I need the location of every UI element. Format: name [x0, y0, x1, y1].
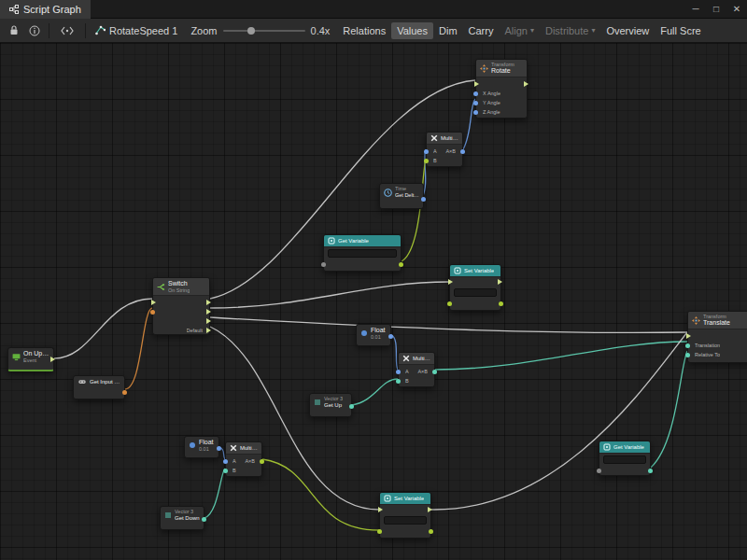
node-get-delta-time[interactable]: Time Get Delta Time: [379, 183, 424, 209]
graph-toolbar: RotateSpeed 1 Zoom 0.4x Relations Values…: [0, 19, 747, 43]
node-float-low[interactable]: Float 0.01: [184, 436, 219, 458]
maximize-button[interactable]: □: [706, 0, 726, 19]
zoom-slider[interactable]: [223, 30, 305, 32]
multiply-icon: [402, 355, 410, 362]
relations-button[interactable]: Relations: [337, 22, 391, 39]
value-out-port[interactable]: [429, 529, 433, 534]
fallback-in-port[interactable]: [597, 469, 601, 473]
float-out-port[interactable]: [217, 446, 221, 451]
node-float-mid[interactable]: Float 0.01: [356, 324, 391, 346]
node-get-input-string[interactable]: Get Input String: [73, 375, 125, 399]
node-vector3-get-up[interactable]: Vector 3 Get Up: [309, 393, 352, 417]
variable-icon: [454, 267, 461, 274]
value-in-port[interactable]: [447, 301, 452, 306]
node-on-update[interactable]: On Update Event: [7, 347, 54, 371]
b-in-port[interactable]: [223, 469, 228, 473]
y-angle-port[interactable]: [473, 101, 478, 105]
lock-icon[interactable]: [4, 21, 24, 40]
variable-icon: [328, 237, 335, 245]
frame-selection-icon[interactable]: [53, 21, 81, 40]
result-out-port[interactable]: [260, 459, 264, 464]
flow-out-port[interactable]: [206, 300, 211, 305]
flow-out-port[interactable]: [206, 318, 211, 324]
value-out-port[interactable]: [648, 469, 653, 473]
flow-in-port[interactable]: [686, 333, 691, 339]
node-get-variable-top[interactable]: Get Variable: [323, 234, 402, 272]
node-get-variable-right[interactable]: Get Variable: [599, 441, 651, 476]
tab-script-graph[interactable]: Script Graph: [0, 0, 91, 19]
z-angle-port[interactable]: [473, 110, 478, 115]
variable-name-field[interactable]: [603, 455, 646, 464]
node-title: Multiply: [441, 134, 458, 142]
value-in-port[interactable]: [377, 529, 382, 534]
flow-out-port[interactable]: [206, 309, 211, 315]
graph-reference[interactable]: RotateSpeed 1: [90, 25, 183, 36]
flow-out-port[interactable]: [50, 357, 55, 362]
variable-name-field[interactable]: [384, 516, 427, 525]
node-title: On Update: [23, 350, 49, 357]
value-out-port[interactable]: [499, 301, 503, 306]
float-out-port[interactable]: [421, 197, 426, 202]
flow-in-port[interactable]: [474, 81, 479, 87]
carry-button[interactable]: Carry: [463, 22, 500, 39]
b-in-port[interactable]: [396, 379, 401, 384]
node-set-variable-bottom[interactable]: Set Variable: [379, 492, 431, 539]
node-translate[interactable]: Transform Translate Translation Relative…: [687, 311, 747, 363]
fullscreen-button[interactable]: Full Scre: [655, 22, 706, 39]
vector3-out-port[interactable]: [202, 517, 206, 522]
node-title: Set Variable: [464, 267, 494, 274]
result-out-port[interactable]: [460, 149, 465, 154]
a-in-port[interactable]: [396, 370, 401, 374]
result-out-port[interactable]: [432, 370, 437, 374]
port-label: Y Angle: [483, 100, 500, 105]
flow-in-port[interactable]: [378, 507, 383, 512]
float-out-port[interactable]: [388, 334, 393, 339]
x-angle-port[interactable]: [473, 91, 478, 96]
float-icon: [360, 329, 368, 337]
node-multiply-low[interactable]: Multiply A A×B B: [225, 441, 262, 477]
distribute-dropdown[interactable]: Distribute ▾: [540, 22, 600, 39]
flow-out-port[interactable]: [524, 81, 529, 87]
info-icon[interactable]: [24, 21, 45, 40]
node-header: Get Variable: [324, 235, 401, 247]
node-multiply-top[interactable]: Multiply A A×B B: [426, 132, 463, 167]
a-in-port[interactable]: [424, 149, 429, 154]
values-button[interactable]: Values: [391, 22, 433, 39]
toolbar-separator: [49, 23, 49, 38]
relative-to-in-port[interactable]: [685, 353, 690, 357]
flow-out-port[interactable]: [498, 279, 502, 285]
close-button[interactable]: ✕: [726, 0, 747, 19]
minimize-button[interactable]: ─: [685, 0, 706, 19]
node-multiply-mid[interactable]: Multiply A A×B B: [398, 352, 435, 387]
port-label: A×B: [445, 148, 456, 154]
node-switch-on-string[interactable]: Switch On String Default: [152, 277, 210, 335]
b-in-port[interactable]: [424, 159, 429, 163]
graph-canvas[interactable]: [0, 43, 747, 560]
a-in-port[interactable]: [223, 459, 228, 464]
node-title: Float: [371, 327, 386, 334]
flow-in-port[interactable]: [448, 279, 453, 285]
node-header: On Update Event: [8, 348, 53, 365]
node-title: Get Delta Time: [395, 191, 419, 199]
default-flow-out-port[interactable]: [206, 328, 211, 333]
node-header: Switch On String: [153, 278, 209, 296]
string-out-port[interactable]: [122, 390, 127, 395]
zoom-slider-handle[interactable]: [247, 27, 255, 35]
default-port-label: Default: [187, 328, 203, 333]
node-rotate[interactable]: Transform Rotate X Angle Y Angle Z Angle: [475, 59, 528, 119]
overview-button[interactable]: Overview: [600, 22, 655, 39]
vector3-out-port[interactable]: [349, 404, 354, 409]
align-dropdown[interactable]: Align ▾: [499, 22, 539, 39]
flow-in-port[interactable]: [151, 300, 156, 305]
selector-in-port[interactable]: [150, 310, 155, 315]
dim-button[interactable]: Dim: [433, 22, 463, 39]
variable-name-field[interactable]: [328, 249, 397, 258]
node-set-variable-mid[interactable]: Set Variable: [449, 264, 501, 311]
variable-name-field[interactable]: [454, 288, 497, 297]
node-value: 0.01: [371, 334, 386, 340]
node-vector3-get-down[interactable]: Vector 3 Get Down: [160, 506, 204, 530]
flow-out-port[interactable]: [428, 507, 432, 512]
value-out-port[interactable]: [399, 262, 403, 267]
fallback-in-port[interactable]: [321, 262, 326, 267]
translation-in-port[interactable]: [685, 343, 690, 348]
